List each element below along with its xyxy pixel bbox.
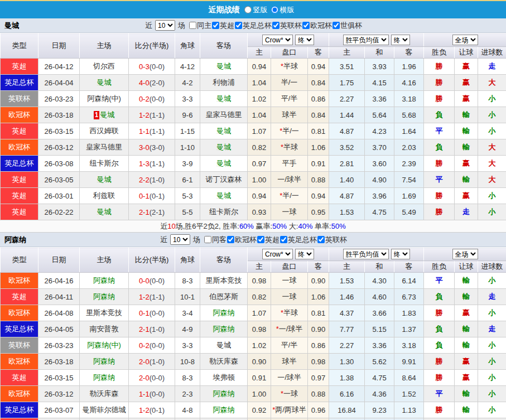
competition-badge[interactable]: 英足总杯 (1, 75, 38, 91)
competition-badge[interactable]: 欧冠杯 (1, 305, 38, 321)
competition-badge[interactable]: 英超 (1, 188, 38, 204)
competition-badge[interactable]: 英足总杯 (1, 402, 38, 418)
home-team[interactable]: 1曼城 (80, 107, 129, 123)
away-team[interactable]: 里斯本竞技 (200, 273, 248, 289)
home-team[interactable]: 西汉姆联 (80, 123, 129, 139)
away-team[interactable]: 阿森纳 (200, 418, 248, 420)
competition-badge[interactable]: 英超 (1, 123, 38, 139)
filter-checkbox[interactable] (189, 22, 196, 29)
home-team[interactable]: 切尔西 (80, 59, 129, 75)
away-team[interactable]: 勒沃库森 (200, 354, 248, 370)
odds-time-select[interactable]: 终 (295, 249, 314, 259)
avg-source-select[interactable]: 胜平负均值 (343, 249, 389, 259)
away-team[interactable]: 阿森纳 (200, 386, 248, 402)
home-team[interactable]: 里斯本竞技 (80, 305, 129, 321)
col-header-score: 比分(半场) (129, 248, 175, 273)
home-team[interactable]: 曼城 (80, 204, 129, 220)
filter-checkbox[interactable] (317, 236, 325, 243)
filter-checkbox[interactable] (272, 22, 279, 29)
away-team[interactable]: 曼城 (200, 188, 248, 204)
subcol-odds-home: 主 (248, 47, 271, 59)
competition-badge[interactable]: 欧冠杯 (1, 386, 38, 402)
result-winlose: 負 (424, 337, 455, 354)
home-team[interactable]: 勒沃库森 (80, 386, 129, 402)
filter-checkbox[interactable] (235, 22, 242, 29)
avg-source-select[interactable]: 胜平负均值 (343, 35, 389, 45)
table-row: 英超 26-04-12 切尔西 0-3(0-0) 4-12 曼城 0.94 *半… (1, 59, 506, 75)
competition-badge[interactable]: 欧冠杯 (1, 354, 38, 370)
filter-checkbox[interactable] (257, 236, 264, 243)
away-team[interactable]: 阿森纳 (200, 321, 248, 337)
filter-checkbox[interactable] (204, 236, 211, 243)
odds-time-select[interactable]: 终 (295, 35, 314, 45)
away-team[interactable]: 曼城 (200, 139, 248, 156)
away-team[interactable]: 阿森纳 (200, 305, 248, 321)
competition-badge[interactable]: 英足总杯 (1, 321, 38, 337)
competition-badge[interactable]: 英超 (1, 204, 38, 220)
home-team[interactable]: 阿森纳 (80, 370, 129, 386)
home-team[interactable]: 纽卡斯尔 (80, 156, 129, 172)
competition-badge[interactable]: 欧冠杯 (1, 139, 38, 156)
competition-badge[interactable]: 英联杯 (1, 337, 38, 354)
odds-source-select[interactable]: Crow* (262, 35, 293, 45)
away-team[interactable]: 曼城 (200, 91, 248, 107)
competition-badge[interactable]: 英超 (1, 418, 38, 420)
halftime-score: (0-0) (150, 62, 165, 71)
home-team[interactable]: 阿森纳(中) (80, 91, 129, 107)
away-team[interactable]: 伯恩茅斯 (200, 289, 248, 305)
away-team[interactable]: 利物浦 (200, 75, 248, 91)
competition-badge[interactable]: 英联杯 (1, 91, 38, 107)
halftime-score: (1-1) (150, 160, 165, 168)
summary-segment: 40% (298, 222, 312, 230)
filter-checkbox[interactable] (212, 22, 219, 29)
away-team[interactable]: 埃弗顿 (200, 370, 248, 386)
home-team[interactable]: 曼城 (80, 172, 129, 188)
competition-badge[interactable]: 英超 (1, 370, 38, 386)
competition-badge[interactable]: 英超 (1, 289, 38, 305)
home-team[interactable]: 阿森纳(中) (80, 337, 129, 354)
away-team[interactable]: 诺丁汉森林 (200, 172, 248, 188)
home-team[interactable]: 布莱顿 (80, 418, 129, 420)
period-select[interactable]: 全场 (452, 35, 478, 45)
competition-badge[interactable]: 英超 (1, 59, 38, 75)
avg-time-select[interactable]: 终 (391, 249, 410, 259)
home-team[interactable]: 利兹联 (80, 188, 129, 204)
handicap: *半/一 (271, 123, 308, 139)
away-team[interactable]: 曼城 (200, 123, 248, 139)
games-count-select[interactable]: 10 (155, 20, 175, 31)
filter-checkbox[interactable] (332, 22, 340, 29)
col-header-score: 比分(半场) (129, 33, 175, 59)
avg-time-select[interactable]: 终 (391, 35, 410, 45)
competition-badge[interactable]: 欧冠杯 (1, 107, 38, 123)
period-select[interactable]: 全场 (452, 249, 478, 259)
away-team[interactable]: 曼城 (200, 156, 248, 172)
section-header: 曼城 近 10 场 同主英超英足总杯英联杯欧冠杯世俱杯 (0, 18, 506, 33)
away-team[interactable]: 皇家马德里 (200, 107, 248, 123)
result-winlose: 勝 (424, 91, 455, 107)
version-radio-input[interactable] (271, 6, 278, 13)
home-team[interactable]: 曼斯菲尔德城 (80, 402, 129, 418)
home-team[interactable]: 皇家马德里 (80, 139, 129, 156)
odds-home: 0.91 (248, 370, 271, 386)
odds-source-select[interactable]: Crow* (262, 249, 293, 259)
competition-badge[interactable]: 欧冠杯 (1, 273, 38, 289)
away-team[interactable]: 曼城 (200, 59, 248, 75)
games-count-select[interactable]: 10 (170, 234, 190, 245)
home-team[interactable]: 曼城 (80, 75, 129, 91)
version-radio-input[interactable] (244, 6, 252, 13)
home-team[interactable]: 阿森纳 (80, 354, 129, 370)
filter-checkbox[interactable] (302, 22, 310, 29)
filter-checkbox[interactable] (227, 236, 234, 243)
away-team[interactable]: 阿森纳 (200, 402, 248, 418)
table-row: 英超 26-03-01 利兹联 0-1(0-1) 5-3 曼城 0.94 *半/… (1, 188, 506, 204)
away-team[interactable]: 纽卡斯尔 (200, 204, 248, 220)
competition-badge[interactable]: 英足总杯 (1, 156, 38, 172)
table-row: 英超 26-02-22 曼城 2-1(2-1) 5-5 纽卡斯尔 0.93 一球… (1, 204, 506, 220)
home-team[interactable]: 阿森纳 (80, 273, 129, 289)
halftime-score: (0-0) (150, 374, 165, 382)
home-team[interactable]: 南安普敦 (80, 321, 129, 337)
away-team[interactable]: 曼城 (200, 337, 248, 354)
home-team[interactable]: 阿森纳 (80, 289, 129, 305)
competition-badge[interactable]: 英超 (1, 172, 38, 188)
filter-checkbox[interactable] (280, 236, 287, 243)
